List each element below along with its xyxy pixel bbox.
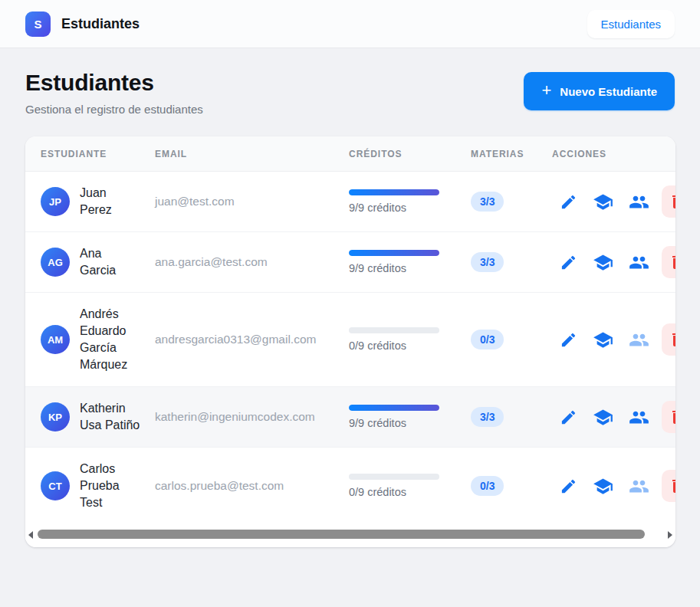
- materias-badge: 0/3: [471, 476, 504, 496]
- trash-icon: [669, 408, 675, 426]
- student-email: andresgarcia0313@gmail.com: [155, 333, 316, 346]
- pencil-icon: [560, 254, 577, 271]
- scrollbar-thumb[interactable]: [38, 530, 645, 539]
- student-email: carlos.prueba@test.com: [155, 479, 284, 492]
- graduation-cap-icon: [593, 407, 613, 428]
- materias-badge: 3/3: [471, 252, 504, 272]
- table-row: KP Katherin Usa Patiño katherin@ingenium…: [25, 387, 675, 448]
- edit-button[interactable]: [557, 474, 580, 498]
- pencil-icon: [560, 477, 577, 495]
- credits-progress-bar: [349, 327, 439, 333]
- table-header-row: ESTUDIANTE EMAIL CRÉDITOS MATERIAS ACCIO…: [25, 136, 675, 172]
- table-scroll-viewport: ESTUDIANTE EMAIL CRÉDITOS MATERIAS ACCIO…: [25, 136, 675, 524]
- materias-badge: 0/3: [471, 330, 504, 349]
- edit-button[interactable]: [557, 251, 580, 274]
- trash-icon: [669, 192, 675, 211]
- table-row: AG Ana Garcia ana.garcia@test.com 9/9 cr…: [25, 232, 675, 293]
- people-icon: [629, 192, 649, 212]
- plus-icon: +: [541, 82, 551, 99]
- delete-button[interactable]: [662, 323, 675, 356]
- app-title: Estudiantes: [61, 16, 140, 32]
- classmates-button[interactable]: [626, 404, 652, 431]
- student-cell: AG Ana Garcia: [41, 245, 149, 279]
- scrollbar-track[interactable]: [38, 530, 663, 539]
- page-head-text: Estudiantes Gestiona el registro de estu…: [25, 70, 203, 116]
- classmates-button[interactable]: [626, 189, 652, 215]
- classmates-button[interactable]: [626, 473, 652, 500]
- table-row: AM Andrés Eduardo García Márquez andresg…: [25, 293, 675, 387]
- graduation-cap-icon: [593, 192, 613, 212]
- avatar: JP: [41, 187, 70, 216]
- edit-button[interactable]: [557, 328, 580, 352]
- people-icon: [629, 330, 649, 350]
- credits-label: 0/9 créditos: [349, 340, 465, 352]
- top-bar: S Estudiantes Estudiantes: [0, 0, 700, 48]
- graduation-cap-icon: [593, 330, 613, 350]
- student-cell: CT Carlos Prueba Test: [41, 461, 149, 511]
- delete-button[interactable]: [662, 470, 675, 502]
- scroll-right-arrow[interactable]: [665, 530, 673, 538]
- new-student-button-label: Nuevo Estudiante: [560, 85, 657, 98]
- classmates-button[interactable]: [626, 326, 652, 353]
- student-name: Katherin Usa Patiño: [80, 400, 141, 434]
- credits-progress-fill: [349, 189, 439, 195]
- nav-estudiantes-button[interactable]: Estudiantes: [587, 10, 675, 38]
- graduation-cap-icon: [593, 252, 613, 273]
- brand: S Estudiantes: [25, 11, 140, 37]
- student-cell: JP Juan Perez: [41, 185, 149, 218]
- student-name: Juan Perez: [80, 185, 141, 218]
- materias-badge: 3/3: [471, 192, 504, 212]
- credits-progress-fill: [349, 250, 439, 256]
- student-cell: AM Andrés Eduardo García Márquez: [41, 306, 149, 373]
- credits-progress-bar: [349, 250, 439, 256]
- new-student-button[interactable]: + Nuevo Estudiante: [524, 72, 675, 110]
- actions-cell: [552, 185, 675, 218]
- edit-button[interactable]: [557, 190, 580, 214]
- column-header-acciones: ACCIONES: [552, 136, 675, 172]
- pencil-icon: [560, 193, 577, 211]
- student-email: juan@test.com: [155, 195, 235, 208]
- credits-progress-bar: [349, 474, 439, 480]
- subjects-button[interactable]: [590, 473, 616, 500]
- delete-button[interactable]: [662, 185, 675, 218]
- people-icon: [629, 252, 649, 273]
- credits-progress-bar: [349, 405, 439, 411]
- trash-icon: [669, 253, 675, 271]
- avatar: AG: [41, 248, 70, 277]
- credits-progress-bar: [349, 189, 439, 195]
- app-logo: S: [25, 11, 51, 37]
- subjects-button[interactable]: [590, 249, 616, 276]
- pencil-icon: [560, 408, 577, 426]
- students-table-card: ESTUDIANTE EMAIL CRÉDITOS MATERIAS ACCIO…: [25, 136, 675, 547]
- credits-progress-fill: [349, 405, 439, 411]
- student-cell: KP Katherin Usa Patiño: [41, 400, 149, 434]
- credits-label: 9/9 créditos: [349, 417, 465, 429]
- avatar: AM: [41, 325, 70, 354]
- graduation-cap-icon: [593, 476, 613, 497]
- avatar: CT: [41, 471, 70, 500]
- column-header-email: EMAIL: [155, 136, 349, 172]
- credits-label: 9/9 créditos: [349, 202, 465, 214]
- credits-label: 9/9 créditos: [349, 262, 465, 274]
- student-name: Carlos Prueba Test: [80, 461, 141, 511]
- student-email: katherin@ingeniumcodex.com: [155, 410, 315, 423]
- classmates-button[interactable]: [626, 249, 652, 276]
- scroll-left-arrow[interactable]: [28, 530, 35, 538]
- subjects-button[interactable]: [590, 404, 616, 431]
- delete-button[interactable]: [662, 401, 675, 433]
- actions-cell: [552, 401, 675, 433]
- student-email: ana.garcia@test.com: [155, 255, 268, 268]
- column-header-estudiante: ESTUDIANTE: [25, 136, 155, 172]
- main-content: Estudiantes Gestiona el registro de estu…: [0, 48, 700, 547]
- actions-cell: [552, 323, 675, 356]
- subjects-button[interactable]: [590, 326, 616, 353]
- avatar: KP: [41, 402, 70, 431]
- actions-cell: [552, 470, 675, 502]
- subjects-button[interactable]: [590, 189, 616, 215]
- page-head: Estudiantes Gestiona el registro de estu…: [25, 70, 675, 116]
- trash-icon: [669, 330, 675, 349]
- materias-badge: 3/3: [471, 407, 504, 427]
- table-row: CT Carlos Prueba Test carlos.prueba@test…: [25, 448, 675, 525]
- delete-button[interactable]: [662, 246, 675, 278]
- edit-button[interactable]: [557, 405, 580, 429]
